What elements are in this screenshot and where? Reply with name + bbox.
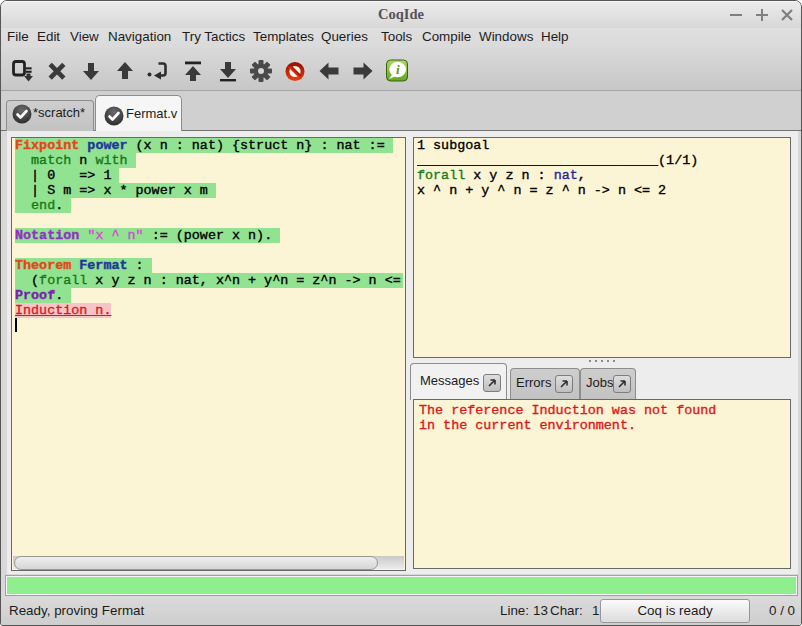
svg-text:i: i	[396, 62, 400, 77]
